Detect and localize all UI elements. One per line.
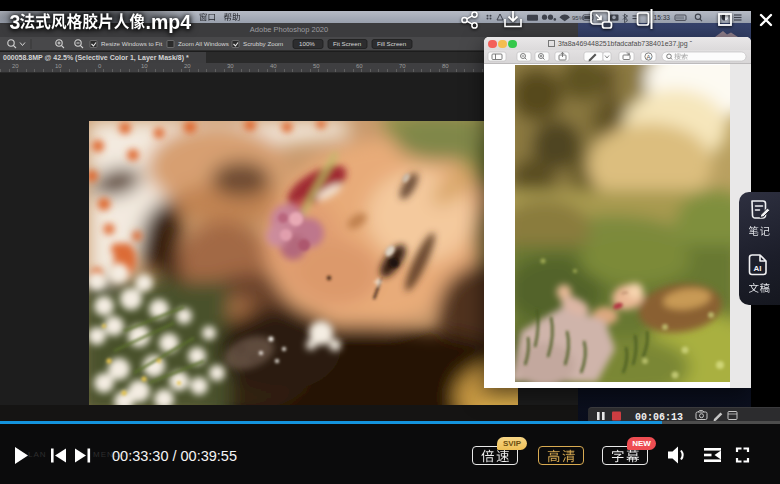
svg-text:Fill Screen: Fill Screen [377, 40, 407, 47]
svg-text:15:33: 15:33 [654, 14, 671, 21]
svg-text:Fit Screen: Fit Screen [333, 40, 362, 47]
svg-text:Scrubby Zoom: Scrubby Zoom [243, 40, 283, 47]
svg-text:3: 3 [10, 11, 21, 33]
svg-text:Zoom All Windows: Zoom All Windows [178, 40, 229, 47]
svg-text:Resize Windows to Fit: Resize Windows to Fit [101, 40, 162, 47]
svg-text:A: A [646, 54, 650, 60]
svg-text:.mp4: .mp4 [146, 11, 192, 33]
svg-text:100%: 100% [299, 40, 315, 47]
svg-text:AI: AI [754, 264, 762, 273]
